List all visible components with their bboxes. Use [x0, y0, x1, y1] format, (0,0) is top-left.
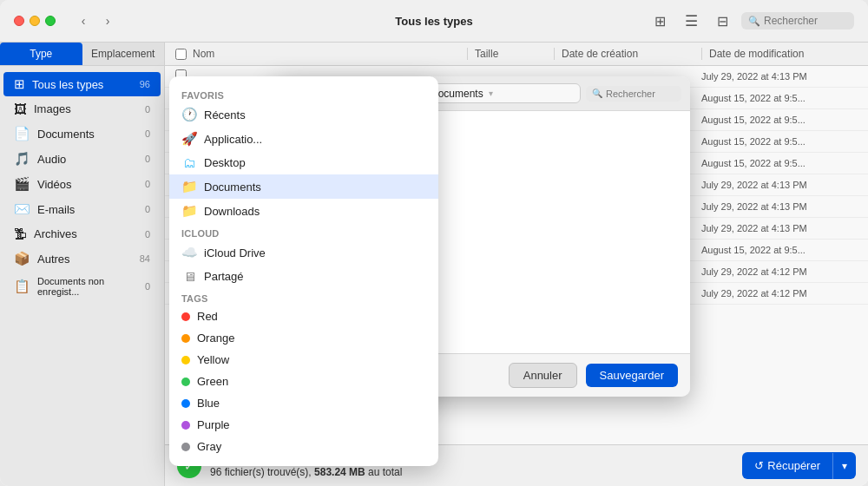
popup-item-tag-green[interactable]: Green	[169, 371, 438, 392]
popup-item-documents[interactable]: 📁 Documents	[169, 174, 438, 199]
popup-item-tag-blue[interactable]: Blue	[169, 392, 438, 414]
close-button[interactable]	[14, 16, 24, 26]
sidebar-item-others[interactable]: 📦 Autres 84	[3, 246, 161, 271]
modified-column-header: Date de modification	[701, 48, 858, 60]
titlebar-right: ⊞ ☰ ⊟ 🔍	[648, 9, 854, 33]
count-text: 96 fichier(s) trouvé(s),	[210, 466, 312, 478]
minimize-button[interactable]	[30, 16, 40, 26]
file-modified: August 15, 2022 at 9:5...	[701, 245, 858, 255]
titlebar: ‹ › Tous les types ⊞ ☰ ⊟ 🔍	[0, 0, 868, 43]
file-modified: July 29, 2022 at 4:13 PM	[701, 71, 858, 82]
archives-icon: 🗜	[14, 227, 27, 241]
popup-item-label: Desktop	[204, 156, 246, 169]
videos-icon: 🎬	[14, 176, 30, 192]
popup-item-label: Gray	[197, 440, 221, 453]
popup-item-icloud-drive[interactable]: ☁️ iCloud Drive	[169, 240, 438, 265]
all-types-icon: ⊞	[14, 76, 25, 92]
sidebar-item-images[interactable]: 🖼 Images 0	[3, 97, 161, 121]
grid-view-button[interactable]: ⊞	[648, 9, 672, 33]
tab-location[interactable]: Emplacement	[82, 43, 165, 65]
file-modified: July 29, 2022 at 4:13 PM	[701, 223, 858, 233]
sidebar-item-documents[interactable]: 📄 Documents 0	[3, 122, 161, 146]
name-label: Nom	[193, 48, 214, 60]
sidebar-item-label: Archives	[34, 227, 77, 240]
search-input[interactable]	[764, 15, 847, 27]
unregistered-icon: 📋	[14, 279, 30, 294]
popup-item-desktop[interactable]: 🗂 Desktop	[169, 151, 438, 174]
icloud-section-label: iCloud	[169, 223, 438, 240]
popup-item-tag-yellow[interactable]: Yellow	[169, 349, 438, 371]
sidebar-item-unregistered[interactable]: 📋 Documents non enregist... 0	[3, 272, 161, 301]
maximize-button[interactable]	[45, 16, 56, 26]
popup-item-tag-orange[interactable]: Orange	[169, 327, 438, 349]
popup-item-tag-purple[interactable]: Purple	[169, 414, 438, 436]
back-button[interactable]: ‹	[73, 12, 94, 30]
cancel-button[interactable]: Annuler	[509, 363, 577, 388]
emails-icon: ✉️	[14, 201, 30, 217]
save-button[interactable]: Sauvegarder	[586, 364, 678, 387]
grid-icon: ⊞	[654, 13, 666, 30]
created-label: Date de création	[562, 48, 638, 60]
size-column-header: Taille	[467, 48, 554, 60]
name-column-header: Nom	[193, 48, 467, 60]
select-all-checkbox[interactable]	[175, 49, 187, 60]
tag-dot-gray	[181, 443, 190, 451]
tag-dot-blue	[181, 399, 190, 408]
file-modified: August 15, 2022 at 9:5...	[701, 115, 858, 125]
popup-item-label: Downloads	[204, 205, 260, 218]
popup-item-label: Documents	[204, 181, 261, 194]
sd-search-input[interactable]	[606, 89, 675, 99]
popup-sidebar: Favoris 🕐 Récents 🚀 Applicatio... 🗂 Desk…	[169, 76, 438, 466]
file-modified: July 29, 2022 at 4:13 PM	[701, 180, 858, 190]
sidebar-item-archives[interactable]: 🗜 Archives 0	[3, 222, 161, 246]
popup-item-label: Applicatio...	[204, 133, 262, 146]
popup-item-tag-red[interactable]: Red	[169, 305, 438, 327]
sidebar-item-count: 84	[140, 253, 150, 264]
tag-dot-green	[181, 378, 190, 386]
sidebar-item-count: 0	[145, 204, 150, 214]
recover-dropdown-icon[interactable]: ▾	[832, 453, 856, 479]
check-column-header	[175, 49, 193, 60]
popup-item-label: Red	[197, 310, 218, 323]
popup-item-downloads[interactable]: 📁 Downloads	[169, 199, 438, 223]
others-icon: 📦	[14, 251, 30, 266]
popup-item-tag-gray[interactable]: Gray	[169, 436, 438, 457]
filter-button[interactable]: ⊟	[710, 9, 734, 33]
popup-item-label: Orange	[197, 332, 234, 345]
documents-icon: 📄	[14, 126, 30, 141]
sidebar-item-audio[interactable]: 🎵 Audio 0	[3, 147, 161, 171]
tag-dot-purple	[181, 421, 190, 430]
tab-type[interactable]: Type	[0, 43, 82, 65]
images-icon: 🖼	[14, 102, 27, 116]
popup-item-recents[interactable]: 🕐 Récents	[169, 102, 438, 127]
sidebar-items: ⊞ Tous les types 96 🖼 Images 0 📄 Documen…	[0, 66, 164, 307]
documents-folder-icon: 📁	[181, 179, 197, 194]
search-bar[interactable]: 🔍	[741, 12, 854, 30]
file-modified: July 29, 2022 at 4:13 PM	[701, 201, 858, 212]
file-modified: July 29, 2022 at 4:12 PM	[701, 266, 858, 277]
popup-item-partage[interactable]: 🖥 Partagé	[169, 265, 438, 288]
sd-search-bar[interactable]: 🔍	[586, 86, 681, 102]
recover-label: ↺Récupérer	[742, 452, 832, 479]
file-modified: July 29, 2022 at 4:12 PM	[701, 288, 858, 299]
sidebar-item-emails[interactable]: ✉️ E-mails 0	[3, 197, 161, 221]
list-view-button[interactable]: ☰	[679, 9, 703, 33]
recents-icon: 🕐	[181, 107, 197, 122]
file-modified: August 15, 2022 at 9:5...	[701, 158, 858, 168]
forward-button[interactable]: ›	[97, 12, 118, 30]
sidebar-item-all-types[interactable]: ⊞ Tous les types 96	[3, 72, 161, 96]
popup-item-label: iCloud Drive	[204, 246, 266, 259]
popup-item-applications[interactable]: 🚀 Applicatio...	[169, 127, 438, 151]
sidebar-item-videos[interactable]: 🎬 Vidéos 0	[3, 172, 161, 196]
popup-item-label: Green	[197, 375, 228, 388]
modified-label: Date de modification	[709, 48, 804, 60]
titlebar-left: ‹ ›	[14, 12, 118, 30]
traffic-lights	[14, 16, 56, 26]
popup-item-label: Blue	[197, 397, 220, 410]
favorites-section-label: Favoris	[169, 85, 438, 102]
recover-button[interactable]: ↺Récupérer ▾	[742, 452, 856, 479]
sidebar-item-count: 0	[145, 128, 150, 139]
sidebar-item-label: E-mails	[37, 203, 75, 216]
created-column-header: Date de création	[554, 48, 701, 60]
tag-dot-orange	[181, 334, 190, 343]
